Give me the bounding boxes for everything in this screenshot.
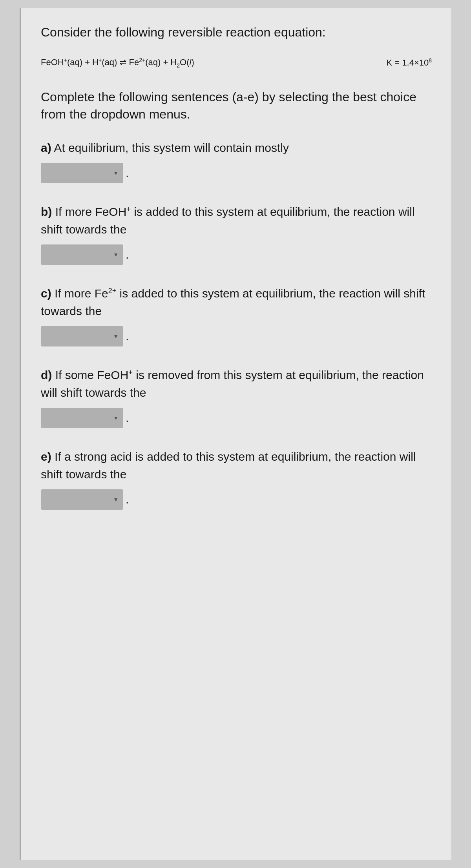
chemical-equation: FeOH+(aq) + H+(aq) ⇌ Fe2+(aq) + H2O(l) — [41, 57, 194, 69]
question-label-e: e) — [41, 450, 51, 463]
dropdown-e[interactable]: forward direction reverse direction no s… — [41, 489, 123, 510]
question-block-d: d) If some FeOH+ is removed from this sy… — [41, 366, 432, 428]
dropdown-b[interactable]: forward direction reverse direction no s… — [41, 244, 123, 265]
page-container: Consider the following reversible reacti… — [0, 0, 471, 868]
question-label-c: c) — [41, 287, 51, 300]
question-block-a: a) At equilibrium, this system will cont… — [41, 139, 432, 183]
question-text-e: e) If a strong acid is added to this sys… — [41, 448, 432, 483]
dropdown-wrapper-b[interactable]: forward direction reverse direction no s… — [41, 244, 123, 265]
question-block-b: b) If more FeOH+ is added to this system… — [41, 203, 432, 265]
question-line-a: products reactants equal amounts . — [41, 163, 432, 183]
question-block-e: e) If a strong acid is added to this sys… — [41, 448, 432, 510]
dropdown-wrapper-e[interactable]: forward direction reverse direction no s… — [41, 489, 123, 510]
dropdown-wrapper-d[interactable]: forward direction reverse direction no s… — [41, 408, 123, 428]
dropdown-c[interactable]: forward direction reverse direction no s… — [41, 326, 123, 346]
instruction-text: Complete the following sentences (a-e) b… — [41, 88, 432, 124]
question-label-a: a) — [41, 141, 51, 154]
question-text-b: b) If more FeOH+ is added to this system… — [41, 203, 432, 238]
period-a: . — [126, 166, 129, 180]
period-e: . — [126, 493, 129, 506]
equation-row: FeOH+(aq) + H+(aq) ⇌ Fe2+(aq) + H2O(l) K… — [41, 53, 432, 73]
period-b: . — [126, 248, 129, 261]
question-text-c: c) If more Fe2+ is added to this system … — [41, 284, 432, 320]
question-line-b: forward direction reverse direction no s… — [41, 244, 432, 265]
question-label-d: d) — [41, 368, 52, 381]
question-line-e: forward direction reverse direction no s… — [41, 489, 432, 510]
question-label-b: b) — [41, 205, 52, 218]
content-card: Consider the following reversible reacti… — [20, 8, 451, 860]
period-c: . — [126, 330, 129, 343]
dropdown-wrapper-a[interactable]: products reactants equal amounts — [41, 163, 123, 183]
question-line-d: forward direction reverse direction no s… — [41, 408, 432, 428]
question-text-a: a) At equilibrium, this system will cont… — [41, 139, 432, 157]
question-line-c: forward direction reverse direction no s… — [41, 326, 432, 346]
question-text-d: d) If some FeOH+ is removed from this sy… — [41, 366, 432, 401]
period-d: . — [126, 411, 129, 425]
dropdown-d[interactable]: forward direction reverse direction no s… — [41, 408, 123, 428]
k-value: K = 1.4×108 — [387, 57, 432, 68]
intro-text: Consider the following reversible reacti… — [41, 24, 432, 41]
dropdown-wrapper-c[interactable]: forward direction reverse direction no s… — [41, 326, 123, 346]
dropdown-a[interactable]: products reactants equal amounts — [41, 163, 123, 183]
question-block-c: c) If more Fe2+ is added to this system … — [41, 284, 432, 346]
